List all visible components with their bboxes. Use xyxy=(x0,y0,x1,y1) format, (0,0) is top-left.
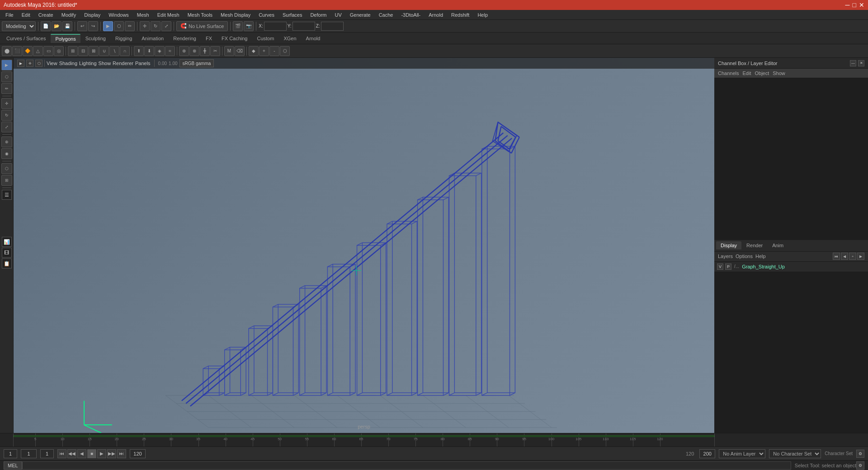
tab-polygons[interactable]: Polygons xyxy=(51,34,80,43)
menu-item-windows[interactable]: Windows xyxy=(105,11,132,19)
vp-tb-transform[interactable]: ✛ xyxy=(26,60,33,67)
tab-curves-/-surfaces[interactable]: Curves / Surfaces xyxy=(2,34,50,42)
mode-btn[interactable]: MEL xyxy=(4,461,22,470)
skip-end-btn[interactable]: ⏭ xyxy=(117,449,126,458)
vp-tb-select[interactable]: ▶ xyxy=(17,60,24,67)
layers-tab[interactable]: Layers xyxy=(718,254,733,259)
channels-tab[interactable]: Channels xyxy=(718,70,739,76)
show-tab[interactable]: Show xyxy=(773,70,785,76)
layer-next-btn[interactable]: ▶ xyxy=(857,253,864,260)
timeline-ruler[interactable]: 5101520253035404550556065707580859095100… xyxy=(14,433,714,446)
merge-btn[interactable]: M xyxy=(224,46,234,56)
cylinder-btn[interactable]: 🔶 xyxy=(23,46,33,56)
separate-btn[interactable]: ⊟ xyxy=(78,46,88,56)
live-surface-btn[interactable]: 🧲 No Live Surface xyxy=(176,21,228,31)
range-end-input[interactable] xyxy=(130,449,146,458)
tab-animation[interactable]: Animation xyxy=(137,34,168,42)
vp-tb-isolate[interactable]: ⬡ xyxy=(35,60,42,67)
torus-btn[interactable]: ◎ xyxy=(54,46,64,56)
move-btn[interactable]: ✛ xyxy=(140,21,150,31)
menu-item-modify[interactable]: Modify xyxy=(58,11,80,19)
rotate-btn[interactable]: ↻ xyxy=(151,21,160,31)
layer-visible-btn[interactable]: V xyxy=(717,263,723,270)
menu-item-uv[interactable]: UV xyxy=(331,11,345,19)
scale-tool-btn[interactable]: ⤢ xyxy=(1,122,12,132)
show-menu[interactable]: Show xyxy=(99,61,111,66)
key-frame-input[interactable] xyxy=(40,449,54,458)
layer-vis-btn[interactable]: ☰ xyxy=(2,190,12,200)
smooth-btn[interactable]: ≈ xyxy=(165,46,175,56)
layer-skip-start-btn[interactable]: ⏮ xyxy=(833,253,840,260)
move-tool-btn[interactable]: ✛ xyxy=(1,98,12,109)
renderer-menu[interactable]: Renderer xyxy=(113,61,133,66)
paint-select-btn[interactable]: ✏ xyxy=(1,83,12,94)
menu-item--3dtoall-[interactable]: -3DtoAll- xyxy=(397,11,424,19)
playback-max-input[interactable] xyxy=(699,449,715,458)
view-menu[interactable]: View xyxy=(47,61,57,66)
lasso-tool-btn[interactable]: ⬡ xyxy=(1,71,12,82)
menu-item-cache[interactable]: Cache xyxy=(375,11,397,19)
tab-rendering[interactable]: Rendering xyxy=(169,34,201,42)
anim-layer-select[interactable]: No Anim Layer xyxy=(719,449,765,458)
select-btn[interactable]: ▶ xyxy=(103,21,113,31)
save-btn[interactable]: 💾 xyxy=(62,21,72,31)
undo-btn[interactable]: ↩ xyxy=(77,21,87,31)
redo-btn[interactable]: ↪ xyxy=(88,21,98,31)
lighting-menu[interactable]: Lighting xyxy=(79,61,97,66)
layer-prev-btn[interactable]: ◀ xyxy=(841,253,848,260)
render-tab[interactable]: Render xyxy=(742,241,767,249)
tab-sculpting[interactable]: Sculpting xyxy=(81,34,110,42)
help-tab[interactable]: Help xyxy=(755,254,766,259)
soft-mod-btn[interactable]: ◉ xyxy=(1,148,12,159)
connect-btn[interactable]: ╋ xyxy=(200,46,210,56)
title-bar-controls[interactable]: ─ □ ✕ xyxy=(845,1,864,9)
close-btn[interactable]: ✕ xyxy=(859,1,864,9)
render2-btn[interactable]: 📷 xyxy=(244,21,254,31)
offset-loop-btn[interactable]: ⊗ xyxy=(189,46,199,56)
bridge-btn[interactable]: ⬇ xyxy=(144,46,154,56)
open-btn[interactable]: 📂 xyxy=(52,21,61,31)
status-settings-btn[interactable]: ⚙ xyxy=(856,461,864,470)
render-btn[interactable]: 🎬 xyxy=(233,21,243,31)
render-layers-btn[interactable]: 🎞 xyxy=(2,248,12,258)
color-mode-btn[interactable]: sRGB gamma xyxy=(179,59,214,67)
skip-start-btn[interactable]: ⏮ xyxy=(57,449,66,458)
range-start-input[interactable] xyxy=(4,449,17,458)
menu-item-edit[interactable]: Edit xyxy=(18,11,34,19)
tab-custom[interactable]: Custom xyxy=(253,34,279,42)
command-input[interactable] xyxy=(22,461,791,470)
layer-new-btn[interactable]: + xyxy=(849,253,856,260)
char-set-select[interactable]: No Character Set xyxy=(769,449,821,458)
display-tab[interactable]: Display xyxy=(716,241,741,249)
menu-item-generate[interactable]: Generate xyxy=(346,11,374,19)
display-layers-btn[interactable]: 📋 xyxy=(2,258,12,268)
menu-item-mesh-display[interactable]: Mesh Display xyxy=(217,11,254,19)
sel-region-btn[interactable]: ⬡ xyxy=(280,46,290,56)
extrude-btn[interactable]: ⬆ xyxy=(134,46,144,56)
snap-grid-btn[interactable]: ⊞ xyxy=(1,175,12,186)
menu-item-arnold[interactable]: Arnold xyxy=(425,11,447,19)
bevel-btn[interactable]: ◈ xyxy=(155,46,165,56)
play-back-btn[interactable]: ◀ xyxy=(77,449,86,458)
minimize-btn[interactable]: ─ xyxy=(845,1,850,9)
play-fwd-btn[interactable]: ▶ xyxy=(97,449,106,458)
bool-inter-btn[interactable]: ∩ xyxy=(120,46,130,56)
layer-playback-btn[interactable]: P xyxy=(725,263,731,270)
tab-fx[interactable]: FX xyxy=(201,34,217,42)
anim-tab[interactable]: Anim xyxy=(768,241,788,249)
plane-btn[interactable]: ▭ xyxy=(43,46,53,56)
shrink-sel-btn[interactable]: - xyxy=(269,46,279,56)
step-back-btn[interactable]: ◀◀ xyxy=(67,449,76,458)
stop-btn[interactable]: ■ xyxy=(87,449,96,458)
menu-item-mesh[interactable]: Mesh xyxy=(133,11,153,19)
panels-menu[interactable]: Panels xyxy=(135,61,151,66)
paint-sel-btn[interactable]: ✏ xyxy=(125,21,135,31)
workspace-dropdown[interactable]: Modeling xyxy=(2,21,36,31)
bool-union-btn[interactable]: ∪ xyxy=(99,46,109,56)
tab-rigging[interactable]: Rigging xyxy=(111,34,137,42)
scale-btn[interactable]: ⤢ xyxy=(161,21,171,31)
shading-menu[interactable]: Shading xyxy=(59,61,77,66)
maximize-btn[interactable]: □ xyxy=(853,1,856,9)
sel-constraint-btn[interactable]: ◆ xyxy=(249,46,259,56)
cut-btn[interactable]: ✂ xyxy=(210,46,220,56)
